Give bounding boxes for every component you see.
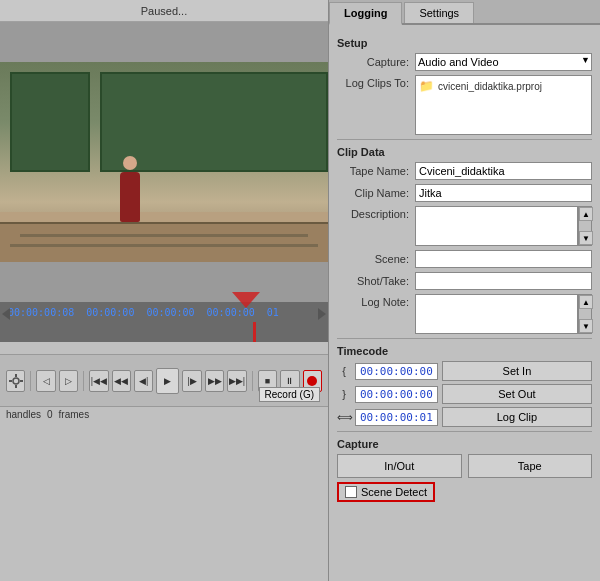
log-scroll-down[interactable]: ▼	[579, 319, 593, 333]
description-input-wrapper: ▲ ▼	[415, 206, 592, 246]
log-note-input[interactable]	[415, 294, 578, 334]
scroll-up[interactable]: ▲	[579, 207, 593, 221]
in-out-btn[interactable]: In/Out	[337, 454, 462, 478]
tape-btn[interactable]: Tape	[468, 454, 593, 478]
log-clip-btn[interactable]: Log Clip	[442, 407, 592, 427]
scene-detect-label: Scene Detect	[361, 486, 427, 498]
description-scrollbar[interactable]: ▲ ▼	[578, 206, 592, 246]
capture-select-wrapper[interactable]: Audio and Video Audio Only Video Only ▼	[415, 53, 592, 71]
divider-1	[337, 139, 592, 140]
capture-btn-row: In/Out Tape	[337, 454, 592, 478]
timeline-track[interactable]	[0, 322, 328, 342]
log-clips-area: Log Clips To: 📁 cviceni_didaktika.prproj	[337, 75, 592, 135]
position-marker	[253, 322, 256, 342]
controls-bar: ◁ ▷ |◀◀ ◀◀ ◀| ▶ |▶ ▶▶ ▶▶| ■ ⏸ Record (G)	[0, 354, 328, 406]
frames-label: frames	[59, 409, 90, 420]
tc-display-2: 00:00:00	[86, 307, 134, 318]
settings-icon-btn[interactable]	[6, 370, 25, 392]
status-text: Paused...	[141, 5, 187, 17]
capture-row: Capture: Audio and Video Audio Only Vide…	[337, 53, 592, 71]
svg-rect-4	[20, 380, 23, 382]
ffwd-btn[interactable]: ▶▶	[205, 370, 224, 392]
next-frame-btn[interactable]: ▷	[59, 370, 78, 392]
scroll-down[interactable]: ▼	[579, 231, 593, 245]
description-row: Description: ▲ ▼	[337, 206, 592, 246]
timecode-bar: 00:00:00:08 00:00:00 00:00:00 00:00:00 0…	[0, 302, 328, 322]
bottom-status: handles 0 frames	[0, 406, 328, 422]
tc-dur-value: 00:00:00:01	[355, 409, 438, 426]
tc-out-value: 00:00:00:00	[355, 386, 438, 403]
shot-take-label: Shot/Take:	[337, 275, 415, 287]
clip-name-row: Clip Name:	[337, 184, 592, 202]
log-clips-file: 📁 cviceni_didaktika.prproj	[419, 79, 588, 93]
description-input[interactable]	[415, 206, 578, 246]
tc-display-5: 01	[267, 307, 279, 318]
blackboard-left	[10, 72, 90, 172]
log-note-scrollbar[interactable]: ▲ ▼	[578, 294, 592, 334]
sep1	[30, 371, 31, 391]
right-panel: Logging Settings Setup Capture: Audio an…	[328, 0, 600, 581]
tc-display-4: 00:00:00	[207, 307, 255, 318]
timeline-wrapper: 00:00:00:08 00:00:00 00:00:00 00:00:00 0…	[0, 302, 328, 354]
tab-logging[interactable]: Logging	[329, 2, 402, 25]
svg-point-0	[13, 378, 19, 384]
description-label: Description:	[337, 206, 415, 220]
tc-out-row: } 00:00:00:00 Set Out	[337, 384, 592, 404]
tc-in-icon: {	[337, 365, 351, 377]
scene-detect-checkbox[interactable]	[345, 486, 357, 498]
clip-data-label: Clip Data	[337, 146, 592, 158]
log-scroll-up[interactable]: ▲	[579, 295, 593, 309]
shot-take-row: Shot/Take:	[337, 272, 592, 290]
log-clips-filename: cviceni_didaktika.prproj	[438, 81, 542, 92]
tc-display-3: 00:00:00	[146, 307, 194, 318]
video-area	[0, 22, 328, 302]
clip-name-label: Clip Name:	[337, 187, 415, 199]
divider-2	[337, 338, 592, 339]
log-note-input-wrapper: ▲ ▼	[415, 294, 592, 334]
log-clips-content: 📁 cviceni_didaktika.prproj	[415, 75, 592, 135]
rewind-btn[interactable]: ◀◀	[112, 370, 131, 392]
shot-take-input[interactable]	[415, 272, 592, 290]
sep2	[83, 371, 84, 391]
tc-in-row: { 00:00:00:00 Set In	[337, 361, 592, 381]
tc-in-value: 00:00:00:00	[355, 363, 438, 380]
handles-label: handles	[6, 409, 41, 420]
tab-settings[interactable]: Settings	[404, 2, 474, 23]
sep3	[252, 371, 253, 391]
step-back-btn[interactable]: ◀|	[134, 370, 153, 392]
scroll-thumb	[579, 221, 591, 231]
setup-section-label: Setup	[337, 37, 592, 49]
log-note-label: Log Note:	[337, 294, 415, 308]
handles-value: 0	[47, 409, 53, 420]
panel-content: Setup Capture: Audio and Video Audio Onl…	[329, 25, 600, 581]
tc-dur-icon: ⟺	[337, 411, 351, 424]
svg-rect-1	[15, 374, 17, 377]
video-bottom-gray	[0, 262, 328, 302]
rewind-fast-btn[interactable]: |◀◀	[89, 370, 108, 392]
ffwd-fast-btn[interactable]: ▶▶|	[227, 370, 246, 392]
tape-name-input[interactable]	[415, 162, 592, 180]
tape-name-label: Tape Name:	[337, 165, 415, 177]
log-note-row: Log Note: ▲ ▼	[337, 294, 592, 334]
scene-label: Scene:	[337, 253, 415, 265]
record-label: Record (G)	[259, 387, 320, 402]
set-out-btn[interactable]: Set Out	[442, 384, 592, 404]
set-in-btn[interactable]: Set In	[442, 361, 592, 381]
timecode-section-label: Timecode	[337, 345, 592, 357]
timeline-marker-left	[2, 308, 10, 320]
log-scroll-thumb	[579, 309, 591, 319]
step-fwd-btn[interactable]: |▶	[182, 370, 201, 392]
clip-name-input[interactable]	[415, 184, 592, 202]
play-btn[interactable]: ▶	[156, 368, 179, 394]
capture-select[interactable]: Audio and Video Audio Only Video Only	[415, 53, 592, 71]
tc-out-icon: }	[337, 388, 351, 400]
scene-input[interactable]	[415, 250, 592, 268]
scene-row: Scene:	[337, 250, 592, 268]
tabs-row: Logging Settings	[329, 0, 600, 25]
tc-display-1: 00:00:00:08	[8, 307, 74, 318]
capture-section-label: Capture	[337, 438, 592, 450]
paused-bar: Paused...	[0, 0, 328, 22]
tape-name-row: Tape Name:	[337, 162, 592, 180]
prev-frame-btn[interactable]: ◁	[36, 370, 55, 392]
folder-icon: 📁	[419, 79, 434, 93]
